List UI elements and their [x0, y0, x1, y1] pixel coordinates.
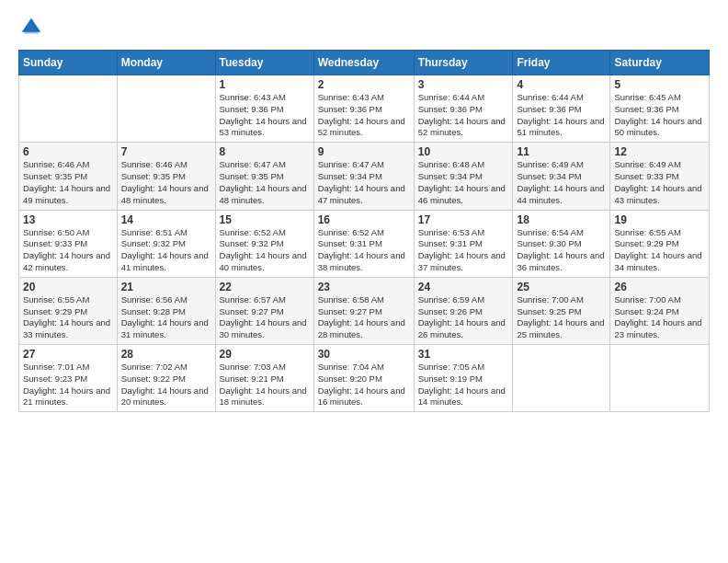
day-number: 11 — [517, 145, 606, 158]
day-info: Sunrise: 7:02 AM Sunset: 9:22 PM Dayligh… — [121, 362, 211, 408]
day-number: 6 — [23, 145, 113, 158]
day-info: Sunrise: 6:58 AM Sunset: 9:27 PM Dayligh… — [318, 294, 410, 341]
day-info: Sunrise: 7:00 AM Sunset: 9:24 PM Dayligh… — [614, 294, 705, 341]
day-cell: 31Sunrise: 7:05 AM Sunset: 9:19 PM Dayli… — [414, 345, 513, 412]
day-number: 21 — [121, 281, 211, 293]
day-cell: 12Sunrise: 6:49 AM Sunset: 9:33 PM Dayli… — [610, 143, 710, 210]
day-cell: 8Sunrise: 6:47 AM Sunset: 9:35 PM Daylig… — [215, 143, 313, 210]
day-cell: 26Sunrise: 7:00 AM Sunset: 9:24 PM Dayli… — [610, 277, 710, 344]
day-number: 24 — [418, 281, 509, 293]
day-info: Sunrise: 7:05 AM Sunset: 9:19 PM Dayligh… — [418, 362, 509, 408]
day-info: Sunrise: 6:50 AM Sunset: 9:33 PM Dayligh… — [23, 227, 113, 274]
day-info: Sunrise: 6:44 AM Sunset: 9:36 PM Dayligh… — [418, 92, 509, 139]
day-number: 28 — [121, 348, 211, 361]
day-cell: 11Sunrise: 6:49 AM Sunset: 9:34 PM Dayli… — [513, 143, 610, 210]
week-row-2: 6Sunrise: 6:46 AM Sunset: 9:35 PM Daylig… — [19, 143, 710, 210]
day-cell: 25Sunrise: 7:00 AM Sunset: 9:25 PM Dayli… — [513, 277, 610, 344]
day-number: 18 — [517, 213, 606, 226]
weekday-header-tuesday: Tuesday — [215, 51, 313, 75]
day-info: Sunrise: 6:55 AM Sunset: 9:29 PM Dayligh… — [614, 227, 705, 274]
day-info: Sunrise: 6:45 AM Sunset: 9:36 PM Dayligh… — [614, 92, 705, 139]
day-cell: 9Sunrise: 6:47 AM Sunset: 9:34 PM Daylig… — [313, 143, 414, 210]
calendar: SundayMondayTuesdayWednesdayThursdayFrid… — [18, 50, 710, 412]
day-number: 14 — [121, 213, 211, 226]
week-row-3: 13Sunrise: 6:50 AM Sunset: 9:33 PM Dayli… — [19, 210, 710, 277]
day-info: Sunrise: 6:53 AM Sunset: 9:31 PM Dayligh… — [418, 227, 509, 274]
day-number: 16 — [318, 213, 410, 226]
day-cell: 22Sunrise: 6:57 AM Sunset: 9:27 PM Dayli… — [215, 277, 313, 344]
day-cell: 19Sunrise: 6:55 AM Sunset: 9:29 PM Dayli… — [610, 210, 710, 277]
day-cell: 28Sunrise: 7:02 AM Sunset: 9:22 PM Dayli… — [117, 345, 215, 412]
day-cell: 27Sunrise: 7:01 AM Sunset: 9:23 PM Dayli… — [19, 345, 118, 412]
day-info: Sunrise: 6:56 AM Sunset: 9:28 PM Dayligh… — [121, 294, 211, 341]
page: SundayMondayTuesdayWednesdayThursdayFrid… — [0, 0, 728, 563]
weekday-header-sunday: Sunday — [19, 51, 118, 75]
day-cell — [513, 345, 610, 412]
week-row-5: 27Sunrise: 7:01 AM Sunset: 9:23 PM Dayli… — [19, 345, 710, 412]
day-number: 15 — [220, 213, 310, 226]
day-cell: 4Sunrise: 6:44 AM Sunset: 9:36 PM Daylig… — [513, 75, 610, 143]
day-info: Sunrise: 6:49 AM Sunset: 9:34 PM Dayligh… — [517, 159, 606, 206]
day-cell: 17Sunrise: 6:53 AM Sunset: 9:31 PM Dayli… — [414, 210, 513, 277]
day-number: 25 — [517, 281, 606, 293]
week-row-4: 20Sunrise: 6:55 AM Sunset: 9:29 PM Dayli… — [19, 277, 710, 344]
day-number: 17 — [418, 213, 509, 226]
day-info: Sunrise: 6:57 AM Sunset: 9:27 PM Dayligh… — [220, 294, 310, 341]
weekday-header-thursday: Thursday — [414, 51, 513, 75]
day-number: 1 — [220, 78, 310, 91]
day-number: 13 — [23, 213, 113, 226]
day-cell: 18Sunrise: 6:54 AM Sunset: 9:30 PM Dayli… — [513, 210, 610, 277]
weekday-header-saturday: Saturday — [610, 51, 710, 75]
day-cell: 20Sunrise: 6:55 AM Sunset: 9:29 PM Dayli… — [19, 277, 118, 344]
day-cell: 29Sunrise: 7:03 AM Sunset: 9:21 PM Dayli… — [215, 345, 313, 412]
day-cell — [117, 75, 215, 143]
day-number: 12 — [614, 145, 705, 158]
day-number: 7 — [121, 145, 211, 158]
day-cell: 3Sunrise: 6:44 AM Sunset: 9:36 PM Daylig… — [414, 75, 513, 143]
day-info: Sunrise: 6:44 AM Sunset: 9:36 PM Dayligh… — [517, 92, 606, 139]
weekday-header-monday: Monday — [117, 51, 215, 75]
day-cell: 21Sunrise: 6:56 AM Sunset: 9:28 PM Dayli… — [117, 277, 215, 344]
day-cell: 2Sunrise: 6:43 AM Sunset: 9:36 PM Daylig… — [313, 75, 414, 143]
day-info: Sunrise: 6:59 AM Sunset: 9:26 PM Dayligh… — [418, 294, 509, 341]
day-number: 8 — [220, 145, 310, 158]
day-info: Sunrise: 6:54 AM Sunset: 9:30 PM Dayligh… — [517, 227, 606, 274]
day-cell: 23Sunrise: 6:58 AM Sunset: 9:27 PM Dayli… — [313, 277, 414, 344]
weekday-header-wednesday: Wednesday — [313, 51, 414, 75]
day-cell: 10Sunrise: 6:48 AM Sunset: 9:34 PM Dayli… — [414, 143, 513, 210]
day-number: 26 — [614, 281, 705, 293]
day-cell: 16Sunrise: 6:52 AM Sunset: 9:31 PM Dayli… — [313, 210, 414, 277]
day-info: Sunrise: 7:01 AM Sunset: 9:23 PM Dayligh… — [23, 362, 113, 408]
day-number: 27 — [23, 348, 113, 361]
day-cell: 7Sunrise: 6:46 AM Sunset: 9:35 PM Daylig… — [117, 143, 215, 210]
day-info: Sunrise: 7:03 AM Sunset: 9:21 PM Dayligh… — [220, 362, 310, 408]
day-number: 2 — [318, 78, 410, 91]
logo — [18, 15, 48, 40]
day-cell: 1Sunrise: 6:43 AM Sunset: 9:36 PM Daylig… — [215, 75, 313, 143]
day-info: Sunrise: 6:43 AM Sunset: 9:36 PM Dayligh… — [318, 92, 410, 139]
day-number: 9 — [318, 145, 410, 158]
day-info: Sunrise: 7:04 AM Sunset: 9:20 PM Dayligh… — [318, 362, 410, 408]
day-info: Sunrise: 6:47 AM Sunset: 9:35 PM Dayligh… — [220, 159, 310, 206]
day-info: Sunrise: 6:49 AM Sunset: 9:33 PM Dayligh… — [614, 159, 705, 206]
day-cell: 13Sunrise: 6:50 AM Sunset: 9:33 PM Dayli… — [19, 210, 118, 277]
day-number: 19 — [614, 213, 705, 226]
weekday-header-row: SundayMondayTuesdayWednesdayThursdayFrid… — [19, 51, 710, 75]
day-cell: 30Sunrise: 7:04 AM Sunset: 9:20 PM Dayli… — [313, 345, 414, 412]
day-info: Sunrise: 6:46 AM Sunset: 9:35 PM Dayligh… — [121, 159, 211, 206]
day-info: Sunrise: 6:47 AM Sunset: 9:34 PM Dayligh… — [318, 159, 410, 206]
day-info: Sunrise: 6:52 AM Sunset: 9:31 PM Dayligh… — [318, 227, 410, 274]
day-number: 29 — [220, 348, 310, 361]
header — [18, 15, 710, 40]
day-info: Sunrise: 6:52 AM Sunset: 9:32 PM Dayligh… — [220, 227, 310, 274]
day-number: 20 — [23, 281, 113, 293]
day-number: 31 — [418, 348, 509, 361]
day-number: 23 — [318, 281, 410, 293]
day-number: 5 — [614, 78, 705, 91]
day-info: Sunrise: 7:00 AM Sunset: 9:25 PM Dayligh… — [517, 294, 606, 341]
day-number: 30 — [318, 348, 410, 361]
day-number: 10 — [418, 145, 509, 158]
day-info: Sunrise: 6:48 AM Sunset: 9:34 PM Dayligh… — [418, 159, 509, 206]
day-cell — [19, 75, 118, 143]
day-number: 22 — [220, 281, 310, 293]
